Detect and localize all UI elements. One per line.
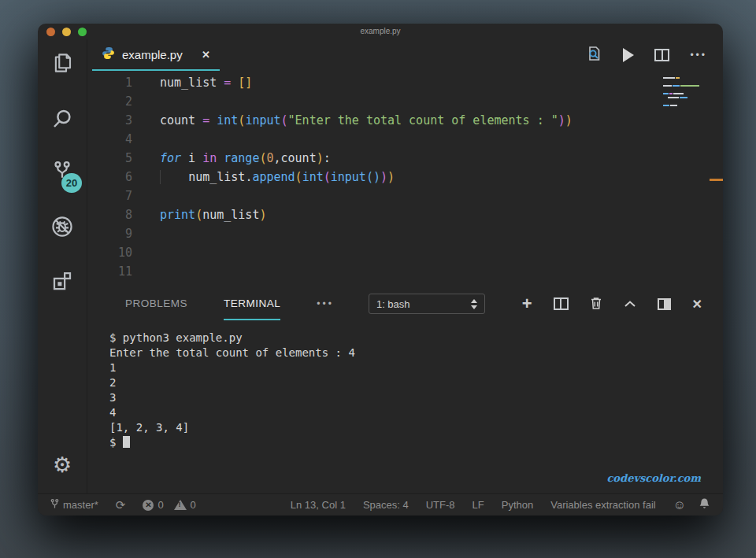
sidebar-item-debug[interactable] bbox=[49, 213, 76, 240]
panel-more-icon[interactable]: ••• bbox=[317, 298, 334, 309]
panel-tab-terminal[interactable]: TERMINAL bbox=[224, 287, 280, 320]
close-window-button[interactable] bbox=[46, 28, 55, 36]
minimap-row bbox=[663, 101, 707, 102]
activity-bar: 20 bbox=[38, 39, 87, 493]
panel-tabs: PROBLEMSTERMINAL bbox=[125, 287, 317, 320]
code-text: print(num_list) bbox=[160, 205, 266, 224]
shell-select-value: 1: bash bbox=[376, 298, 410, 310]
maximize-panel-icon[interactable] bbox=[658, 298, 671, 310]
vscode-window: example.py bbox=[38, 24, 723, 516]
search-icon bbox=[50, 107, 74, 131]
error-count: 0 bbox=[158, 499, 163, 511]
line-number: 3 bbox=[87, 111, 132, 130]
minimap-row bbox=[663, 105, 707, 106]
traffic-lights bbox=[46, 28, 87, 36]
minimap[interactable] bbox=[663, 77, 707, 109]
open-search-icon[interactable] bbox=[585, 45, 602, 65]
sidebar-item-explorer[interactable] bbox=[49, 50, 76, 76]
line-number: 2 bbox=[87, 92, 132, 111]
status-bar-right: Ln 13, Col 1 Spaces: 4 UTF-8 LF Python V… bbox=[273, 497, 710, 512]
terminal-line: [1, 2, 3, 4] bbox=[109, 420, 723, 435]
code-line: 10 bbox=[87, 243, 723, 262]
bottom-panel: PROBLEMSTERMINAL ••• 1: bash + bbox=[87, 287, 723, 493]
split-terminal-icon[interactable] bbox=[554, 297, 569, 310]
minimap-row bbox=[663, 81, 707, 83]
notifications-bell[interactable] bbox=[699, 497, 710, 512]
panel-tab-problems[interactable]: PROBLEMS bbox=[125, 287, 187, 320]
minimap-row bbox=[663, 85, 707, 87]
status-bar: master* ⟳ ✕ 0 0 Ln 13, Col 1 Spaces: 4 U… bbox=[38, 493, 723, 516]
scm-badge: 20 bbox=[61, 173, 82, 193]
settings-gear-button[interactable]: ⚙ bbox=[38, 453, 87, 478]
code-line: 7 bbox=[87, 187, 723, 205]
minimap-row bbox=[663, 89, 707, 91]
encoding-status[interactable]: UTF-8 bbox=[426, 499, 455, 511]
terminal[interactable]: $ python3 example.pyEnter the total coun… bbox=[87, 320, 723, 493]
code-editor[interactable]: 1num_list = []23count = int(input("Enter… bbox=[87, 71, 723, 287]
indentation-status[interactable]: Spaces: 4 bbox=[363, 499, 409, 511]
sidebar-item-source-control[interactable]: 20 bbox=[49, 157, 76, 184]
code-text: num_list = [] bbox=[160, 73, 252, 92]
minimize-window-button[interactable] bbox=[62, 28, 71, 36]
terminal-line: 3 bbox=[109, 390, 723, 405]
extensions-icon bbox=[50, 269, 74, 293]
code-line: 11 bbox=[87, 262, 723, 281]
error-icon: ✕ bbox=[143, 500, 154, 511]
warning-icon bbox=[174, 500, 187, 510]
sync-icon: ⟳ bbox=[116, 499, 126, 511]
terminal-output: $ python3 example.pyEnter the total coun… bbox=[109, 331, 723, 435]
overview-ruler-mark bbox=[710, 179, 723, 181]
tab-close-icon[interactable]: ✕ bbox=[202, 49, 210, 61]
feedback-smiley[interactable]: ☺ bbox=[673, 499, 686, 512]
sidebar-item-extensions[interactable] bbox=[49, 268, 76, 294]
tab-example-py[interactable]: example.py ✕ bbox=[92, 39, 220, 71]
code-line: 1num_list = [] bbox=[87, 73, 723, 92]
terminal-cursor bbox=[123, 436, 130, 448]
minimap-row bbox=[663, 97, 707, 98]
chevron-up-icon[interactable] bbox=[624, 298, 636, 310]
maximize-window-button[interactable] bbox=[78, 28, 87, 36]
sidebar-item-search[interactable] bbox=[49, 105, 76, 132]
bell-icon bbox=[699, 497, 710, 512]
language-mode-status[interactable]: Python bbox=[502, 499, 533, 511]
terminal-line: 4 bbox=[109, 405, 723, 420]
terminal-line: Enter the total count of elements : 4 bbox=[109, 346, 723, 360]
git-branch-status[interactable]: master* bbox=[50, 498, 98, 512]
terminal-line: 1 bbox=[109, 360, 723, 375]
panel-header: PROBLEMSTERMINAL ••• 1: bash + bbox=[87, 287, 723, 320]
code-text: num_list.append(int(input())) bbox=[160, 168, 395, 187]
code-line: 6 num_list.append(int(input())) bbox=[87, 168, 723, 187]
code-line: 8print(num_list) bbox=[87, 205, 723, 224]
kill-terminal-trash-icon[interactable] bbox=[590, 296, 602, 312]
sync-status[interactable]: ⟳ bbox=[116, 499, 126, 511]
code-line: 4 bbox=[87, 130, 723, 149]
tab-label: example.py bbox=[122, 48, 183, 61]
eol-status[interactable]: LF bbox=[472, 499, 484, 511]
shell-select[interactable]: 1: bash bbox=[369, 294, 485, 314]
split-editor-icon[interactable] bbox=[654, 49, 669, 61]
editor-toolbar: ••• bbox=[585, 39, 723, 71]
branch-icon bbox=[50, 498, 59, 512]
branch-name: master* bbox=[63, 499, 98, 511]
line-number: 1 bbox=[87, 73, 132, 92]
line-number: 7 bbox=[87, 187, 132, 205]
line-number: 8 bbox=[87, 205, 132, 224]
close-panel-icon[interactable]: ✕ bbox=[692, 297, 702, 312]
line-number: 10 bbox=[87, 243, 132, 262]
smiley-icon: ☺ bbox=[673, 499, 686, 512]
code-line: 2 bbox=[87, 92, 723, 111]
code-line: 3count = int(input("Enter the total coun… bbox=[87, 111, 723, 130]
extension-message-status[interactable]: Variables extraction fail bbox=[550, 499, 655, 511]
code-text: for i in range(0,count): bbox=[160, 149, 331, 168]
line-number: 11 bbox=[87, 262, 132, 281]
cursor-position-status[interactable]: Ln 13, Col 1 bbox=[291, 499, 346, 511]
problems-status[interactable]: ✕ 0 0 bbox=[143, 499, 195, 511]
new-terminal-icon[interactable]: + bbox=[522, 295, 532, 312]
python-icon bbox=[102, 46, 115, 62]
code-text: count = int(input("Enter the total count… bbox=[160, 111, 573, 130]
title-bar[interactable]: example.py bbox=[38, 24, 723, 39]
more-actions-icon[interactable]: ••• bbox=[690, 50, 707, 60]
files-icon bbox=[50, 51, 74, 75]
run-button[interactable] bbox=[623, 48, 634, 62]
line-number: 4 bbox=[87, 130, 132, 149]
